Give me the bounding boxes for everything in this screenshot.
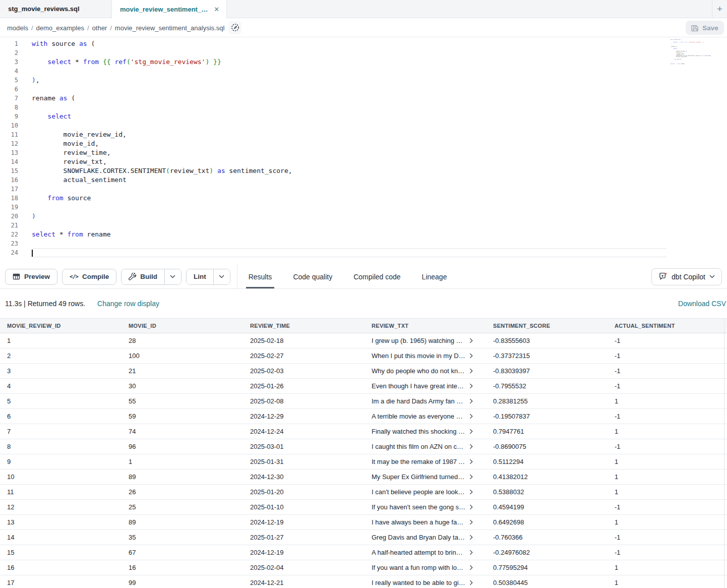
code-line: select xyxy=(32,112,667,121)
chevron-right-icon[interactable] xyxy=(469,368,473,374)
code-editor[interactable]: 123456789101112131415161718192021222324 … xyxy=(0,37,727,265)
chevron-right-icon[interactable] xyxy=(469,519,473,525)
lint-button[interactable]: Lint xyxy=(187,269,213,284)
minimap-column: with source as ( select * from {{ ref('s… xyxy=(667,37,727,265)
cell-review-txt: A terrible movie as everyone has said. … xyxy=(365,409,486,424)
line-number: 13 xyxy=(0,148,32,157)
minimap[interactable]: with source as ( select * from {{ ref('s… xyxy=(671,39,711,67)
cell-movie_id: 55 xyxy=(122,394,243,408)
chevron-right-icon[interactable] xyxy=(469,474,473,480)
code-line xyxy=(32,67,667,76)
cell-review_time: 2025-01-26 xyxy=(243,379,365,393)
cell-review_time: 2025-01-31 xyxy=(243,454,365,469)
cell-sentiment_score: -0.19507837 xyxy=(486,409,608,424)
cell-actual_sentiment: -1 xyxy=(608,500,727,514)
chevron-right-icon[interactable] xyxy=(469,398,473,404)
results-tab-lineage[interactable]: Lineage xyxy=(422,265,447,288)
chevron-right-icon[interactable] xyxy=(469,444,473,449)
table-row: 12252025-01-10If you haven't seen the go… xyxy=(0,500,727,515)
code-line xyxy=(32,203,667,212)
breadcrumb-segment[interactable]: models xyxy=(7,24,28,32)
code-line: movie_review_id, xyxy=(32,130,667,139)
chevron-right-icon[interactable] xyxy=(469,414,473,419)
close-icon[interactable]: ✕ xyxy=(214,6,219,13)
cell-review-txt: I have always been a huge fan of "Hom… xyxy=(365,515,486,530)
chevron-right-icon[interactable] xyxy=(469,535,473,540)
build-button[interactable]: Build xyxy=(122,269,164,284)
review-text: I have always been a huge fan of "Hom… xyxy=(372,518,466,526)
cell-actual_sentiment: -1 xyxy=(608,379,727,393)
results-tab-results[interactable]: Results xyxy=(249,265,272,288)
copilot-file-action-button[interactable] xyxy=(228,21,241,34)
cell-review-txt: Im a die hard Dads Army fan and nothi… xyxy=(365,394,486,408)
line-number: 24 xyxy=(0,248,32,257)
code-area[interactable]: with source as ( select * from {{ ref('s… xyxy=(32,37,667,265)
code-line: rename as ( xyxy=(32,94,667,103)
breadcrumb-segment[interactable]: demo_examples xyxy=(36,24,84,32)
change-row-display-link[interactable]: Change row display xyxy=(97,300,159,308)
compile-button[interactable]: </> Compile xyxy=(62,269,116,285)
chevron-right-icon[interactable] xyxy=(469,504,473,510)
cell-review-txt: A half-hearted attempt to bring Elvis P… xyxy=(365,545,486,560)
chevron-right-icon[interactable] xyxy=(469,580,473,585)
review-text: A terrible movie as everyone has said. … xyxy=(372,413,466,420)
cell-movie_review_id: 9 xyxy=(0,454,122,469)
cell-review_time: 2025-02-03 xyxy=(243,364,365,378)
plus-icon: + xyxy=(717,4,722,15)
new-tab-button[interactable]: + xyxy=(712,0,727,18)
cell-movie_review_id: 10 xyxy=(0,469,122,484)
cell-movie_id: 21 xyxy=(122,364,243,378)
editor-tab-bar: stg_movie_reviews.sql movie_review_senti… xyxy=(0,0,727,18)
save-label: Save xyxy=(702,24,718,32)
cell-movie_review_id: 7 xyxy=(0,424,122,439)
chevron-right-icon[interactable] xyxy=(469,550,473,555)
chevron-right-icon[interactable] xyxy=(469,353,473,359)
cell-review_time: 2025-01-10 xyxy=(243,500,365,514)
results-tab-code-quality[interactable]: Code quality xyxy=(293,265,332,288)
cell-sentiment_score: -0.83039397 xyxy=(486,364,608,378)
cell-review_time: 2024-12-21 xyxy=(243,575,365,588)
table-row: 10892024-12-30My Super Ex Girlfriend tur… xyxy=(0,469,727,485)
download-csv-link[interactable]: Download CSV xyxy=(678,300,726,308)
cell-review-txt: Why do people who do not know what… xyxy=(365,364,486,378)
cell-movie_id: 30 xyxy=(122,379,243,393)
results-tab-compiled-code[interactable]: Compiled code xyxy=(353,265,400,288)
save-button[interactable]: Save xyxy=(686,21,724,35)
line-number: 5 xyxy=(0,76,32,85)
line-number: 10 xyxy=(0,121,32,130)
line-number: 23 xyxy=(0,239,32,248)
dbt-copilot-button[interactable]: dbt Copilot xyxy=(651,268,722,285)
cell-actual_sentiment: -1 xyxy=(608,530,727,545)
cell-review-txt: Greg Davis and Bryan Daly take some … xyxy=(365,530,486,545)
chevron-right-icon[interactable] xyxy=(469,565,473,570)
build-dropdown-button[interactable] xyxy=(164,269,181,284)
chevron-right-icon[interactable] xyxy=(469,383,473,389)
cell-movie_id: 1 xyxy=(122,454,243,469)
chevron-right-icon[interactable] xyxy=(469,489,473,495)
cell-actual_sentiment: 1 xyxy=(608,515,727,530)
tab-stg-movie-reviews[interactable]: stg_movie_reviews.sql xyxy=(0,0,112,18)
chevron-right-icon[interactable] xyxy=(469,429,473,434)
line-number: 19 xyxy=(0,203,32,212)
cell-actual_sentiment: 1 xyxy=(608,485,727,499)
review-text: I grew up (b. 1965) watching and lovin… xyxy=(372,337,466,344)
table-row: 21002025-02-27When I put this movie in m… xyxy=(0,348,727,364)
breadcrumb-segment[interactable]: other xyxy=(92,24,107,32)
cell-actual_sentiment: 1 xyxy=(608,560,727,575)
cell-review_time: 2024-12-24 xyxy=(243,424,365,439)
chevron-right-icon[interactable] xyxy=(469,338,473,343)
breadcrumb-segment[interactable]: movie_review_sentiment_analysis.sql xyxy=(115,24,225,32)
chevron-right-icon[interactable] xyxy=(469,459,473,464)
query-status-text: 11.3s | Returned 49 rows. xyxy=(5,300,85,308)
tab-movie-review-sentiment[interactable]: movie_review_sentiment_… ✕ xyxy=(112,0,227,19)
breadcrumb: models/demo_examples/other/movie_review_… xyxy=(7,23,224,32)
code-line xyxy=(32,185,667,194)
breadcrumb-separator: / xyxy=(87,24,89,32)
lint-dropdown-button[interactable] xyxy=(213,269,230,284)
review-text: I can't believe people are looking for a… xyxy=(372,488,466,496)
preview-button[interactable]: Preview xyxy=(5,269,57,285)
cell-movie_review_id: 11 xyxy=(0,485,122,499)
code-line xyxy=(32,85,667,94)
line-number: 15 xyxy=(0,166,32,175)
cell-movie_review_id: 17 xyxy=(0,575,122,588)
